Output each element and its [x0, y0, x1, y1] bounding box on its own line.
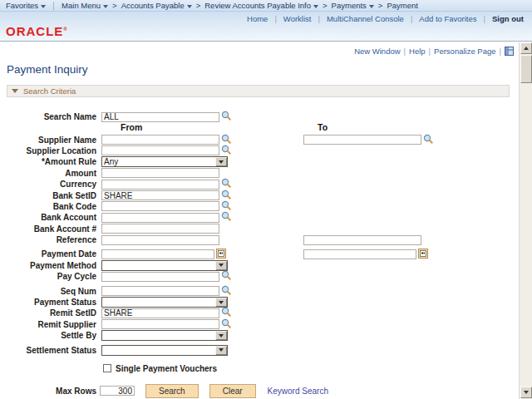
calendar-icon[interactable]: [418, 249, 428, 260]
chevron-down-icon[interactable]: [215, 261, 227, 270]
payment-status-label: Payment Status: [0, 298, 100, 307]
multichannel-console-link[interactable]: MultiChannel Console: [327, 14, 404, 23]
lookup-icon[interactable]: [221, 270, 232, 283]
from-column-header: From: [121, 122, 142, 132]
chevron-down-icon[interactable]: [215, 346, 227, 355]
link-divider: |: [404, 47, 406, 56]
supplier-name-input[interactable]: [101, 135, 219, 145]
bank-account-input[interactable]: [101, 213, 219, 223]
pay-cycle-row: Pay Cycle: [0, 271, 517, 282]
settle-by-select[interactable]: [101, 330, 228, 341]
lookup-icon[interactable]: [221, 211, 232, 224]
chevron-down-icon: [41, 5, 46, 8]
app-header: Home | Worklist | MultiChannel Console |…: [0, 12, 532, 42]
bank-account-num-input[interactable]: [101, 224, 219, 234]
vertical-scrollbar[interactable]: [519, 42, 532, 399]
calendar-icon[interactable]: [216, 249, 226, 260]
amount-rule-row: *Amount RuleAny: [0, 156, 517, 167]
triangle-up-icon: [524, 47, 529, 50]
lookup-icon[interactable]: [221, 111, 232, 123]
bank-account-num-control: [101, 224, 219, 234]
scrollbar-thumb[interactable]: [520, 55, 532, 83]
bank-setid-input[interactable]: [101, 190, 219, 200]
sign-out-link[interactable]: Sign out: [492, 14, 524, 23]
supplier-name-label: Supplier Name: [0, 135, 100, 145]
breadcrumb-item-main-menu[interactable]: Main Menu: [62, 1, 108, 10]
action-row: Max Rows Search Clear Keyword Search: [0, 384, 517, 398]
bank-code-row: Bank Code: [0, 201, 517, 212]
bank-account-num-row: Bank Account #: [0, 224, 517, 234]
personalize-page-link[interactable]: Personalize Page: [434, 47, 495, 56]
lookup-icon[interactable]: [221, 285, 232, 298]
payment-method-control: [101, 260, 228, 271]
scroll-down-button[interactable]: [520, 387, 532, 398]
search-criteria-header[interactable]: Search Criteria: [7, 85, 510, 97]
search-name-row: Search Name: [0, 111, 517, 122]
search-name-label: Search Name: [0, 112, 100, 121]
breadcrumb-item-payments[interactable]: Payments: [332, 1, 374, 10]
chevron-down-icon: [313, 5, 318, 8]
payment-status-row: Payment Status: [0, 297, 517, 308]
bank-account-num-label: Bank Account #: [0, 224, 100, 234]
bank-code-input[interactable]: [101, 201, 219, 211]
search-name-input[interactable]: [101, 112, 219, 122]
reference-label: Reference: [0, 235, 100, 244]
breadcrumb-item-accounts-payable[interactable]: Accounts Payable: [121, 1, 192, 10]
new-window-link[interactable]: New Window: [354, 47, 400, 56]
max-rows-input[interactable]: [100, 386, 135, 396]
breadcrumb-item-review-ap-info[interactable]: Review Accounts Payable Info: [204, 1, 318, 10]
lookup-icon[interactable]: [221, 145, 232, 157]
help-link[interactable]: Help: [409, 47, 426, 56]
bank-account-row: Bank Account: [0, 212, 517, 223]
chevron-down-icon[interactable]: [215, 298, 227, 307]
to-payment-date-input[interactable]: [303, 249, 416, 259]
lookup-icon[interactable]: [423, 134, 434, 146]
pay-cycle-input[interactable]: [101, 272, 219, 282]
link-divider: |: [318, 14, 319, 23]
to-supplier-name-input[interactable]: [303, 135, 421, 145]
seq-num-control: [101, 285, 232, 298]
link-divider: |: [411, 14, 412, 23]
payment-date-input[interactable]: [101, 249, 214, 259]
search-button[interactable]: Search: [145, 384, 199, 398]
keyword-search-link[interactable]: Keyword Search: [268, 387, 328, 396]
single-payment-vouchers-row: Single Payment Vouchers: [103, 364, 517, 373]
seq-num-input[interactable]: [101, 286, 219, 296]
link-divider: |: [429, 47, 431, 56]
amount-rule-select[interactable]: Any: [101, 156, 228, 167]
breadcrumb: Favorites Main Menu > Accounts Payable >…: [0, 0, 532, 12]
amount-rule-control: Any: [101, 156, 228, 167]
payment-status-control: [101, 297, 228, 308]
settlement-status-select[interactable]: [101, 345, 228, 356]
remit-setid-input[interactable]: [101, 308, 219, 318]
remit-supplier-input[interactable]: [101, 319, 219, 329]
lookup-icon[interactable]: [221, 318, 232, 331]
supplier-location-input[interactable]: [101, 145, 219, 155]
home-link[interactable]: Home: [247, 14, 268, 23]
payment-status-select[interactable]: [101, 297, 228, 308]
to-column-header: To: [318, 122, 328, 132]
worklist-link[interactable]: Worklist: [283, 14, 312, 23]
personalize-layout-icon[interactable]: [505, 47, 514, 56]
remit-setid-row: Remit SetID: [0, 308, 517, 318]
payment-method-label: Payment Method: [0, 261, 100, 270]
clear-button[interactable]: Clear: [209, 384, 256, 398]
single-payment-vouchers-checkbox[interactable]: [103, 364, 111, 372]
reference-row: Reference: [0, 234, 517, 245]
remit-setid-label: Remit SetID: [0, 308, 100, 318]
settle-by-row: Settle By: [0, 330, 517, 341]
chevron-down-icon[interactable]: [215, 157, 227, 166]
scroll-up-button[interactable]: [520, 42, 532, 54]
settle-by-label: Settle By: [0, 331, 100, 340]
amount-input[interactable]: [101, 168, 219, 178]
favorites-menu[interactable]: Favorites: [6, 1, 46, 10]
supplier-location-control: [101, 145, 232, 157]
to-reference-input[interactable]: [303, 235, 421, 245]
currency-input[interactable]: [101, 180, 219, 190]
bank-setid-row: Bank SetID: [0, 190, 517, 200]
add-to-favorites-link[interactable]: Add to Favorites: [419, 14, 476, 23]
payment-method-select[interactable]: [101, 260, 228, 271]
chevron-down-icon: [369, 5, 374, 8]
reference-input[interactable]: [101, 235, 219, 245]
chevron-down-icon[interactable]: [215, 331, 227, 340]
